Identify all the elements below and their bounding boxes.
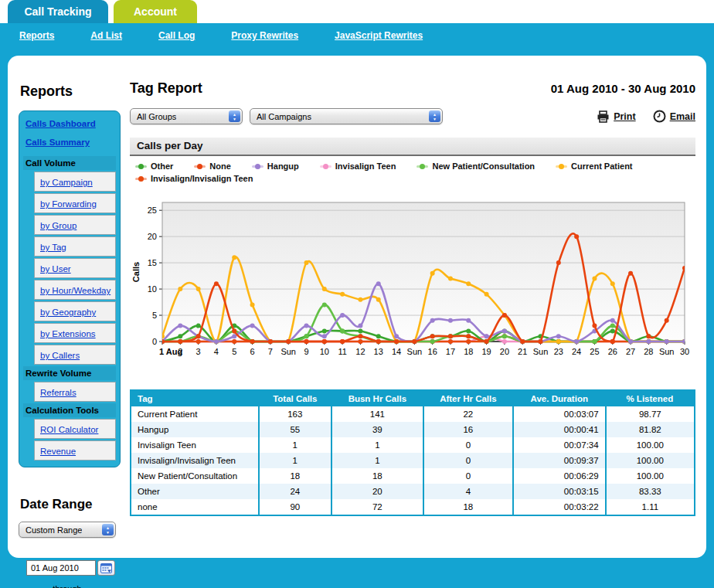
sidebar-item-calls-summary[interactable]: Calls Summary xyxy=(26,138,114,147)
svg-text:24: 24 xyxy=(572,347,581,356)
nav-link-ad-list[interactable]: Ad List xyxy=(90,30,122,41)
select-stepper-icon: ▲▼ xyxy=(229,110,240,122)
table-row: Hangup55391600:00:4181.82 xyxy=(131,422,695,437)
sidebar-item-link[interactable]: by Hour/Weekday xyxy=(40,286,110,295)
nav-link-javascript-rewrites[interactable]: JavaScript Rewrites xyxy=(335,30,423,41)
table-cell: 18 xyxy=(259,468,332,484)
svg-text:16: 16 xyxy=(428,347,437,356)
legend-item-invisalign-teen: Invisalign Teen xyxy=(320,161,396,171)
print-link: Print xyxy=(614,111,635,122)
table-cell: 1 xyxy=(332,453,423,468)
top-tab-strip: Call Tracking Account xyxy=(0,0,714,23)
sidebar-item-by-group[interactable]: by Group xyxy=(34,215,116,235)
table-row: Invisalign Teen11000:07:34100.00 xyxy=(131,437,695,453)
sidebar-item-link[interactable]: by Callers xyxy=(40,351,80,360)
nav-link-reports[interactable]: Reports xyxy=(19,30,54,41)
through-label: through xyxy=(19,584,116,588)
svg-text:Sun: Sun xyxy=(533,347,549,356)
sidebar-title: Reports xyxy=(20,83,131,100)
invisalign-invisalign-teen-legend-marker-icon xyxy=(135,175,147,182)
svg-text:26: 26 xyxy=(608,347,617,356)
chart-title: Calls per Day xyxy=(130,138,695,156)
print-action[interactable]: Print xyxy=(597,110,635,123)
report-main: Tag Report 01 Aug 2010 - 30 Aug 2010 All… xyxy=(130,80,695,516)
tab-call-tracking[interactable]: Call Tracking xyxy=(8,0,108,23)
table-cell: 81.82 xyxy=(606,422,695,437)
sidebar-item-by-tag[interactable]: by Tag xyxy=(34,236,116,257)
legend-item-new-patient-consultation: New Patient/Consultation xyxy=(416,161,535,171)
sidebar-item-by-extensions[interactable]: by Extensions xyxy=(34,323,116,343)
date-from-input[interactable] xyxy=(26,560,96,576)
sidebar-item-by-user[interactable]: by User xyxy=(34,258,116,278)
sidebar-item-link[interactable]: by Group xyxy=(40,221,76,230)
sidebar-item-link[interactable]: by Tag xyxy=(40,243,66,252)
table-cell: 18 xyxy=(332,468,423,484)
table-cell: 0 xyxy=(423,453,513,468)
sidebar-item-link[interactable]: Revenue xyxy=(40,447,76,456)
clock-icon xyxy=(653,110,666,123)
column-header-busn-hr-calls: Busn Hr Calls xyxy=(332,390,423,406)
sidebar-item-link[interactable]: by Campaign xyxy=(40,178,93,187)
sidebar-item-by-campaign[interactable]: by Campaign xyxy=(34,172,116,192)
sidebar-item-link[interactable]: by Forwarding xyxy=(40,199,97,209)
svg-text:14: 14 xyxy=(392,347,401,356)
table-cell: Invisalign/Invisalign Teen xyxy=(131,453,259,468)
date-range-preset-select[interactable]: Custom Range ▲▼ xyxy=(19,522,116,538)
sidebar-item-link[interactable]: by User xyxy=(40,264,71,274)
sidebar-item-by-forwarding[interactable]: by Forwarding xyxy=(34,193,116,213)
table-row: Other2420400:03:1583.33 xyxy=(131,484,695,499)
chart-canvas: 0510152025Calls1 Aug234567Sun91011121314… xyxy=(130,187,691,370)
table-cell: 00:06:29 xyxy=(513,468,606,484)
sidebar-item-referrals[interactable]: Referrals xyxy=(34,382,116,402)
table-cell: 1 xyxy=(332,437,423,453)
printer-icon xyxy=(597,110,610,123)
sidebar-item-revenue[interactable]: Revenue xyxy=(34,440,116,461)
svg-text:11: 11 xyxy=(338,347,346,356)
column-header-after-hr-calls: After Hr Calls xyxy=(423,390,513,406)
column-header-listened: % Listened xyxy=(606,390,695,406)
column-header-total-calls: Total Calls xyxy=(259,390,332,406)
calls-per-day-chart: 0510152025Calls1 Aug234567Sun91011121314… xyxy=(130,187,695,373)
table-cell: 98.77 xyxy=(606,406,695,422)
sidebar-section-calculation-tools: Calculation Tools xyxy=(23,403,116,417)
nav-link-call-log[interactable]: Call Log xyxy=(158,30,195,41)
sidebar-item-by-geography[interactable]: by Geography xyxy=(34,301,116,321)
report-date-span: 01 Aug 2010 - 30 Aug 2010 xyxy=(551,80,695,95)
svg-text:30: 30 xyxy=(680,347,689,356)
svg-text:Sun: Sun xyxy=(659,347,675,356)
campaigns-select[interactable]: All Campaigns ▲▼ xyxy=(250,108,443,124)
calendar-from-button[interactable] xyxy=(97,560,115,576)
svg-text:13: 13 xyxy=(374,347,383,356)
sidebar-item-link[interactable]: by Geography xyxy=(40,308,96,317)
tab-account[interactable]: Account xyxy=(114,0,197,23)
table-cell: 00:07:34 xyxy=(513,437,606,453)
new-patient-consultation-legend-marker-icon xyxy=(416,163,428,170)
table-row: none90721800:03:221.11 xyxy=(131,499,695,515)
svg-text:3: 3 xyxy=(196,347,201,356)
email-action[interactable]: Email xyxy=(653,110,695,123)
sidebar-item-calls-dashboard[interactable]: Calls Dashboard xyxy=(26,119,114,128)
sidebar-item-link[interactable]: by Extensions xyxy=(40,329,96,338)
other-legend-marker-icon xyxy=(135,163,147,170)
table-cell: Other xyxy=(131,484,259,499)
sidebar-item-link[interactable]: Referrals xyxy=(40,388,76,397)
svg-text:6: 6 xyxy=(250,347,254,356)
svg-text:7: 7 xyxy=(268,347,273,356)
groups-select[interactable]: All Groups ▲▼ xyxy=(130,108,243,124)
main-nav: ReportsAd ListCall LogProxy RewritesJava… xyxy=(0,23,714,48)
none-legend-marker-icon xyxy=(194,163,206,170)
svg-text:19: 19 xyxy=(481,347,491,356)
table-cell: 0 xyxy=(423,437,513,453)
legend-label: None xyxy=(209,161,231,171)
table-header-row: TagTotal CallsBusn Hr CallsAfter Hr Call… xyxy=(131,390,695,406)
nav-link-proxy-rewrites[interactable]: Proxy Rewrites xyxy=(231,30,298,41)
sidebar-item-roi-calculator[interactable]: ROI Calculator xyxy=(34,419,116,439)
groups-select-value: All Groups xyxy=(137,112,176,121)
table-row: New Patient/Consultation1818000:06:29100… xyxy=(131,468,695,484)
sidebar-item-by-hour-weekday[interactable]: by Hour/Weekday xyxy=(34,280,116,300)
sidebar-item-by-callers[interactable]: by Callers xyxy=(34,345,116,365)
sidebar: Reports Calls DashboardCalls SummaryCall… xyxy=(19,79,131,588)
table-cell: 4 xyxy=(423,484,513,499)
hangup-legend-marker-icon xyxy=(252,163,264,170)
sidebar-item-link[interactable]: ROI Calculator xyxy=(40,425,98,434)
